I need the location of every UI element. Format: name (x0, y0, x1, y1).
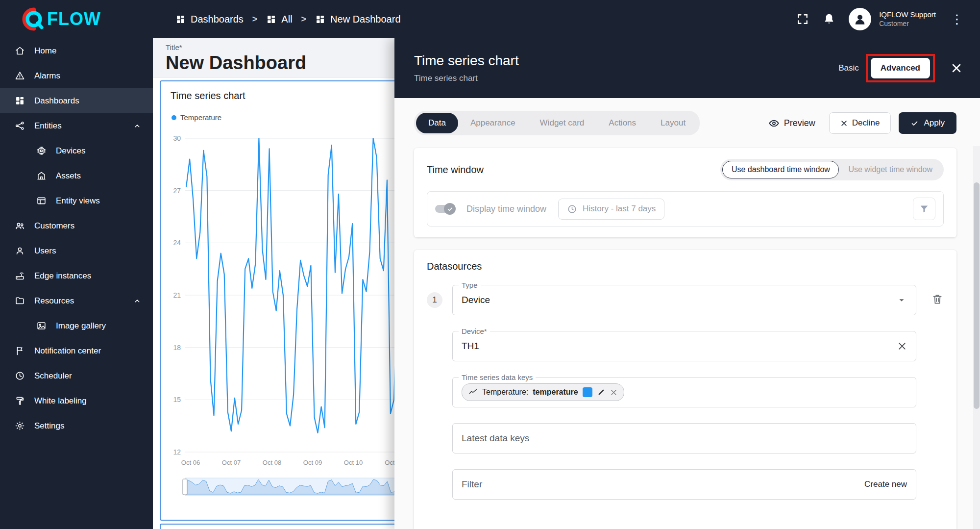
sidebar-item-label: Customers (34, 221, 74, 231)
image-gallery-icon (36, 321, 47, 331)
tab-appearance[interactable]: Appearance (458, 113, 528, 133)
legend-color-dot (172, 115, 176, 120)
sidebar-item-label: Scheduler (34, 371, 72, 381)
tab-widget-card[interactable]: Widget card (528, 113, 597, 133)
use-dashboard-time-window-button[interactable]: Use dashboard time window (722, 161, 839, 178)
device-value: TH1 (462, 341, 479, 352)
svg-text:21: 21 (173, 291, 181, 299)
preview-label: Preview (784, 118, 815, 128)
svg-text:Oct 06: Oct 06 (181, 459, 200, 466)
sidebar-item-users[interactable]: Users (0, 238, 153, 263)
sidebar-item-label: Dashboards (34, 96, 79, 106)
sidebar-item-alarms[interactable]: Alarms (0, 63, 153, 88)
apply-button[interactable]: Apply (899, 112, 956, 134)
breadcrumb-separator: > (301, 14, 307, 25)
data-key-chip[interactable]: Temperature: temperature (462, 383, 624, 401)
svg-text:15: 15 (173, 396, 181, 403)
sidebar-item-white-labeling[interactable]: White labeling (0, 388, 153, 413)
data-keys-label: Time series data keys (459, 373, 536, 381)
device-field[interactable]: Device* TH1 (452, 331, 916, 361)
close-icon[interactable] (950, 61, 963, 75)
display-time-window-toggle[interactable] (435, 205, 455, 213)
breadcrumb-item-dashboards[interactable]: Dashboards (175, 14, 244, 25)
advanced-mode-button[interactable]: Advanced (871, 58, 930, 78)
logo-icon (19, 5, 46, 33)
svg-text:27: 27 (173, 187, 181, 195)
alarms-icon (15, 71, 25, 81)
sidebar-item-dashboards[interactable]: Dashboards (0, 88, 153, 113)
sidebar-item-label: Assets (56, 171, 81, 181)
chip-key-name: Temperature: (482, 388, 528, 397)
sidebar-item-entities[interactable]: Entities (0, 113, 153, 138)
app-logo[interactable]: FLOW (19, 5, 101, 33)
sidebar-item-label: Settings (34, 421, 64, 431)
grid-icon (266, 14, 276, 25)
timewindow-filter-button[interactable] (913, 198, 935, 220)
basic-mode-button[interactable]: Basic (838, 63, 859, 73)
breadcrumb-item-all[interactable]: All (266, 14, 292, 25)
time-window-heading: Time window (427, 164, 484, 176)
fullscreen-icon[interactable] (796, 12, 809, 26)
breadcrumb-separator: > (252, 14, 258, 25)
users-icon (15, 246, 25, 256)
breadcrumb-item-new-dashboard[interactable]: New Dashboard (315, 14, 400, 25)
sidebar-item-label: Notification center (34, 346, 101, 356)
scrollbar-thumb[interactable] (974, 182, 980, 409)
panel-body: DataAppearanceWidget cardActionsLayout P… (394, 98, 980, 529)
sidebar-item-label: Image gallery (56, 321, 106, 331)
sidebar-item-customers[interactable]: Customers (0, 213, 153, 238)
entity-views-icon (36, 196, 47, 206)
edit-key-icon[interactable] (597, 388, 606, 397)
datasource-type-select[interactable]: Type Device (452, 285, 916, 315)
notifications-bell-icon[interactable] (822, 12, 836, 26)
user-info: IQFLOW Support Customer (879, 10, 936, 28)
resources-icon (15, 296, 25, 306)
legend-label: Temperature (180, 113, 221, 122)
notification-icon (15, 346, 25, 356)
sidebar-item-home[interactable]: Home (0, 38, 153, 63)
chip-key-value: temperature (533, 388, 578, 397)
sidebar-item-edge-instances[interactable]: Edge instances (0, 263, 153, 288)
sidebar-item-scheduler[interactable]: Scheduler (0, 363, 153, 388)
remove-key-icon[interactable] (610, 389, 617, 396)
svg-text:30: 30 (173, 134, 181, 142)
sidebar-item-label: Edge instances (34, 271, 91, 281)
tab-actions[interactable]: Actions (596, 113, 648, 133)
time-series-data-keys-field[interactable]: Time series data keys Temperature: tempe… (452, 377, 916, 407)
avatar[interactable] (849, 8, 871, 30)
panel-scrollbar[interactable] (973, 146, 980, 529)
history-range-button[interactable]: History - last 7 days (558, 199, 664, 220)
chevron-up-icon (132, 296, 142, 306)
latest-data-keys-field[interactable]: Latest data keys (452, 423, 916, 453)
create-new-filter-button[interactable]: Create new (864, 479, 907, 489)
sidebar-item-image-gallery[interactable]: Image gallery (0, 313, 153, 338)
use-widget-time-window-button[interactable]: Use widget time window (839, 161, 942, 178)
sidebar: HomeAlarmsDashboardsEntitiesDevicesAsset… (0, 38, 153, 529)
filter-field[interactable]: Filter Create new (452, 469, 916, 500)
key-color-swatch[interactable] (583, 387, 592, 397)
assets-icon (36, 171, 47, 181)
grid-icon (175, 14, 186, 25)
sidebar-item-notification-center[interactable]: Notification center (0, 338, 153, 363)
delete-datasource-icon[interactable] (931, 293, 944, 305)
sidebar-item-assets[interactable]: Assets (0, 163, 153, 188)
sidebar-item-resources[interactable]: Resources (0, 288, 153, 313)
home-icon (15, 46, 25, 56)
sidebar-item-label: Devices (56, 146, 85, 156)
sidebar-item-settings[interactable]: Settings (0, 413, 153, 438)
sidebar-item-devices[interactable]: Devices (0, 138, 153, 163)
filter-placeholder: Filter (462, 479, 482, 490)
chevron-down-icon[interactable] (896, 295, 907, 305)
svg-text:Oct 09: Oct 09 (303, 459, 322, 466)
clear-device-icon[interactable] (897, 341, 907, 351)
panel-subtitle: Time series chart (414, 74, 519, 83)
tab-layout[interactable]: Layout (648, 113, 698, 133)
sidebar-item-entity-views[interactable]: Entity views (0, 188, 153, 213)
tab-data[interactable]: Data (416, 113, 458, 133)
widget-config-panel: Time series chart Time series chart Basi… (394, 38, 980, 529)
decline-button[interactable]: Decline (829, 112, 891, 134)
kebab-menu-icon[interactable]: ⋮ (949, 12, 965, 27)
preview-button[interactable]: Preview (768, 118, 815, 129)
person-icon (853, 12, 867, 26)
filter-icon (919, 203, 930, 214)
